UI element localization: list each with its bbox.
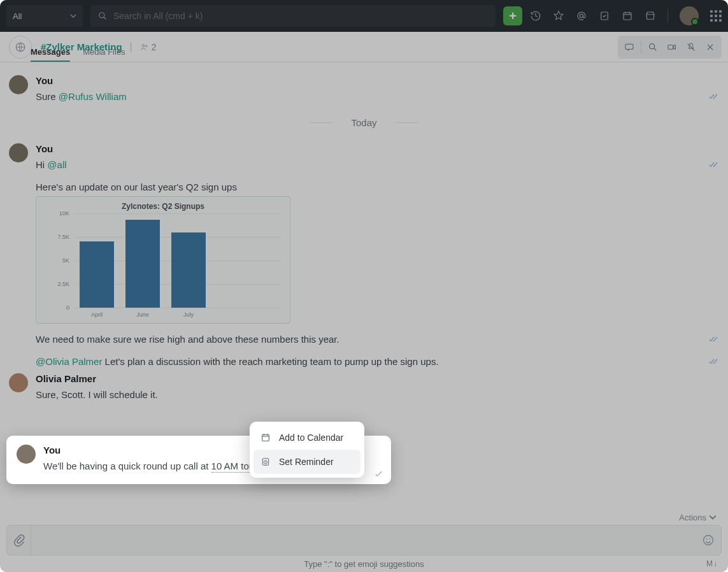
scope-selector[interactable]: All: [6, 5, 83, 27]
message-text: @Olivia Palmer Let's plan a discussion w…: [36, 356, 719, 367]
message-text: We need to make sure we rise high and ab…: [36, 334, 719, 345]
apps-grid-icon[interactable]: [710, 10, 722, 22]
people-icon: [140, 43, 149, 52]
sent-receipt-icon: [375, 471, 383, 478]
star-icon[interactable]: [553, 10, 564, 22]
chart-plot: 02.5K5K7.5K10KAprilJuneJuly: [75, 213, 281, 308]
search-in-chat-icon[interactable]: [644, 38, 662, 56]
reminder-clock-icon: [260, 456, 271, 468]
tab-media[interactable]: Media Files: [83, 43, 125, 62]
markdown-toggle[interactable]: M↓: [706, 559, 718, 568]
emoji-button[interactable]: [696, 534, 721, 547]
composer-footer: Actions Type ":" to get emoji suggestion…: [0, 510, 728, 572]
divider: [667, 9, 668, 23]
day-separator: Today: [9, 117, 719, 128]
mute-icon[interactable]: [682, 38, 700, 56]
message-composer[interactable]: [6, 525, 722, 555]
sender-name: You: [36, 143, 719, 154]
svg-line-13: [654, 48, 656, 50]
svg-point-25: [706, 539, 708, 540]
avatar: [17, 445, 36, 464]
chat-panel-icon[interactable]: [620, 38, 638, 56]
attach-button[interactable]: [7, 526, 31, 555]
mentions-icon[interactable]: [576, 10, 587, 22]
search-input[interactable]: [113, 11, 488, 21]
tasks-icon[interactable]: [599, 10, 610, 22]
svg-line-1: [104, 17, 106, 20]
menu-set-reminder[interactable]: Set Reminder: [253, 450, 360, 474]
menu-add-to-calendar[interactable]: Add to Calendar: [253, 425, 360, 450]
user-avatar[interactable]: [680, 6, 699, 25]
store-icon[interactable]: [645, 10, 656, 22]
chevron-down-icon: [70, 13, 76, 19]
message-text: Hi @all: [36, 159, 719, 170]
chart-title: Zylcnotes: Q2 Signups: [43, 202, 283, 211]
svg-point-9: [142, 44, 145, 46]
svg-point-26: [710, 539, 711, 540]
search-bar[interactable]: [90, 5, 496, 27]
actions-row: Actions: [0, 510, 728, 525]
calendar-icon[interactable]: [622, 10, 633, 22]
actions-button[interactable]: Actions: [679, 513, 706, 522]
chevron-down-icon: [709, 513, 717, 521]
channel-header: #Zylker Marketing | 2 Messages Media Fil…: [0, 32, 728, 62]
svg-point-0: [99, 13, 104, 18]
tab-messages[interactable]: Messages: [31, 43, 70, 62]
composer-hint: Type ":" to get emoji suggestions: [304, 559, 424, 569]
user-mention[interactable]: @Rufus William: [59, 91, 127, 102]
svg-rect-18: [262, 434, 269, 441]
svg-point-2: [580, 14, 583, 17]
read-receipt-icon: [709, 336, 719, 343]
channel-tabs: Messages Media Files: [31, 43, 125, 62]
video-call-icon[interactable]: [663, 38, 681, 56]
svg-point-12: [650, 43, 655, 48]
svg-rect-14: [668, 45, 673, 49]
search-icon: [98, 11, 107, 20]
top-bar: All +: [0, 0, 728, 32]
read-receipt-icon: [709, 161, 719, 169]
chart-attachment[interactable]: Zylcnotes: Q2 Signups 02.5K5K7.5K10KApri…: [36, 196, 290, 324]
read-receipt-icon: [709, 358, 719, 366]
read-receipt-icon: [709, 93, 719, 101]
avatar: [9, 75, 28, 94]
member-count[interactable]: 2: [140, 42, 157, 52]
message-item[interactable]: You Sure @Rufus William: [9, 75, 719, 102]
message-text: Sure @Rufus William: [36, 91, 719, 102]
avatar: [9, 373, 28, 392]
svg-point-10: [145, 45, 147, 46]
user-mention[interactable]: @Olivia Palmer: [36, 356, 102, 367]
message-item[interactable]: You Hi @all Here's an update on our last…: [9, 143, 719, 367]
calendar-icon: [260, 432, 271, 443]
svg-line-15: [688, 43, 695, 50]
user-mention[interactable]: @all: [47, 159, 66, 170]
add-button[interactable]: +: [503, 6, 522, 25]
sender-name: You: [36, 75, 719, 86]
sender-name: Olivia Palmer: [36, 373, 719, 384]
svg-rect-4: [624, 13, 631, 20]
svg-rect-11: [625, 44, 633, 49]
top-icons: [530, 6, 722, 25]
message-text: Here's an update on our last year's Q2 s…: [36, 182, 719, 192]
svg-point-24: [704, 536, 713, 545]
time-context-menu: Add to Calendar Set Reminder: [250, 422, 364, 478]
avatar: [9, 143, 28, 162]
message-item[interactable]: Olivia Palmer Sure, Scott. I will schedu…: [9, 373, 719, 400]
composer-hint-row: Type ":" to get emoji suggestions M↓: [0, 555, 728, 572]
scope-label: All: [13, 11, 22, 21]
recent-icon[interactable]: [530, 10, 541, 22]
message-text: Sure, Scott. I will schedule it.: [36, 389, 719, 400]
close-icon[interactable]: [701, 38, 719, 56]
channel-type-icon[interactable]: [9, 36, 32, 59]
channel-action-bar: [618, 36, 722, 59]
